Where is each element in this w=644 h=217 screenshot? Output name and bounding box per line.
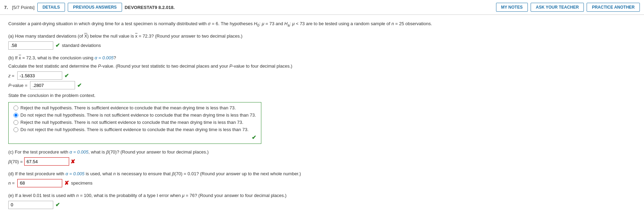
conclusion-section: State the conclusion in the problem cont… <box>8 93 636 144</box>
radio-option-1-text: Reject the null hypothesis. There is suf… <box>20 105 236 110</box>
part-e-input[interactable] <box>8 201 53 209</box>
radio-option-1: Reject the null hypothesis. There is suf… <box>13 105 256 110</box>
part-c-label: (c) For the test procedure with α = 0.00… <box>8 149 636 156</box>
radio-option-1-input[interactable] <box>13 106 18 110</box>
source-label: DEVORESTAT9 8.2.018. <box>125 5 175 10</box>
n-label: n = <box>8 180 15 186</box>
part-b: (b) If x = 72.3, what is the conclusion … <box>8 55 636 144</box>
previous-answers-button[interactable]: PREVIOUS ANSWERS <box>68 3 122 12</box>
radio-check: ✔ <box>252 134 256 141</box>
z-check: ✔ <box>64 72 69 79</box>
part-c-input[interactable] <box>24 157 69 166</box>
z-label: z = <box>8 73 15 78</box>
p-label: P-value = <box>8 83 27 88</box>
radio-option-3: Reject the null hypothesis. There is not… <box>13 120 256 125</box>
practice-another-button[interactable]: PRACTICE ANOTHER <box>587 3 640 12</box>
part-d: (d) If the test procedure with α = 0.005… <box>8 170 636 187</box>
my-notes-button[interactable]: MY NOTES <box>496 3 528 12</box>
part-a: (a) How many standard deviations (of X) … <box>8 33 636 50</box>
part-b-label: (b) If x = 72.3, what is the conclusion … <box>8 55 636 62</box>
part-e-label: (e) If a level 0.01 test is used with n … <box>8 192 636 199</box>
part-e-check: ✔ <box>55 201 60 208</box>
radio-option-2: Do not reject the null hypothesis. There… <box>13 112 256 118</box>
part-a-input[interactable] <box>8 41 53 50</box>
part-d-label: (d) If the test procedure with α = 0.005… <box>8 170 636 178</box>
part-d-cross: ✘ <box>64 180 69 186</box>
ask-teacher-button[interactable]: ASK YOUR TEACHER <box>531 3 584 12</box>
top-bar: 7. [5/7 Points] DETAILS PREVIOUS ANSWERS… <box>0 0 644 15</box>
radio-option-4: Do not reject the null hypothesis. There… <box>13 127 256 132</box>
problem-statement: Consider a paint-drying situation in whi… <box>8 20 636 28</box>
part-c-input-row: β(70) = ✘ <box>8 157 636 166</box>
radio-option-4-text: Do not reject the null hypothesis. There… <box>20 127 249 132</box>
radio-option-box: Reject the null hypothesis. There is suf… <box>8 102 261 144</box>
p-check: ✔ <box>77 82 82 89</box>
part-a-check: ✔ <box>55 42 60 49</box>
part-a-unit: standard deviations <box>62 43 101 48</box>
conclusion-label: State the conclusion in the problem cont… <box>8 93 636 98</box>
part-b-z-row: z = ✔ <box>8 71 636 80</box>
radio-option-3-input[interactable] <box>13 120 18 125</box>
part-d-unit: specimens <box>71 180 92 186</box>
z-input[interactable] <box>17 71 62 80</box>
part-b-p-row: P-value = ✔ <box>8 81 636 89</box>
part-e-input-row: ✔ <box>8 201 636 209</box>
part-d-input[interactable] <box>17 179 62 187</box>
main-content: Consider a paint-drying situation in whi… <box>0 15 644 217</box>
part-e: (e) If a level 0.01 test is used with n … <box>8 192 636 209</box>
p-input[interactable] <box>30 81 75 89</box>
part-d-input-row: n = ✘ specimens <box>8 179 636 187</box>
radio-box-footer: ✔ <box>13 134 256 141</box>
radio-option-3-text: Reject the null hypothesis. There is not… <box>20 120 243 125</box>
radio-option-4-input[interactable] <box>13 127 18 132</box>
question-number: 7. <box>4 5 8 10</box>
part-c-cross: ✘ <box>71 158 75 165</box>
part-a-input-row: ✔ standard deviations <box>8 41 636 50</box>
radio-option-2-text: Do not reject the null hypothesis. There… <box>20 112 256 118</box>
beta-label: β(70) = <box>8 159 23 164</box>
part-c: (c) For the test procedure with α = 0.00… <box>8 149 636 166</box>
points-label: [5/7 Points] <box>12 5 35 10</box>
details-button[interactable]: DETAILS <box>37 3 65 12</box>
top-right-buttons: MY NOTES ASK YOUR TEACHER PRACTICE ANOTH… <box>496 3 640 12</box>
radio-option-2-input[interactable] <box>13 113 18 118</box>
part-a-label: (a) How many standard deviations (of X) … <box>8 33 636 40</box>
part-b-sublabel: Calculate the test statistic and determi… <box>8 63 636 70</box>
